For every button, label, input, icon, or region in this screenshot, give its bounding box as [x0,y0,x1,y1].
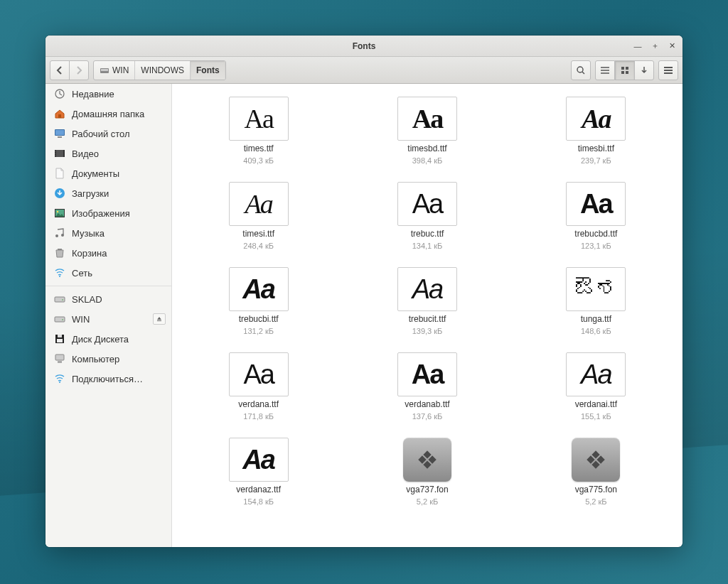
font-preview-icon: Aa [397,267,457,311]
minimize-button[interactable]: — [633,41,643,51]
file-name: verdanaz.ttf [236,485,281,494]
sidebar-item[interactable]: Сеть [46,263,171,283]
hamburger-button[interactable] [658,60,678,80]
svg-point-15 [55,151,55,152]
sidebar-item[interactable]: Диск Дискета [46,329,171,349]
file-item[interactable]: Aaverdanaz.ttf154,8 кБ [179,438,338,506]
sidebar-item[interactable]: Рабочий стол [46,124,171,144]
breadcrumb-segment[interactable]: Fonts [191,61,225,80]
sidebar-item[interactable]: Изображения [46,203,171,223]
file-size: 131,2 кБ [243,327,274,335]
document-icon [54,168,65,179]
sidebar-item[interactable]: WIN [46,309,171,329]
arrow-left-icon [55,66,64,75]
svg-rect-5 [621,71,624,74]
font-preview-icon: Aa [566,97,626,141]
floppy-icon [54,333,65,345]
file-item[interactable]: Aatimesbd.ttf398,4 кБ [348,97,506,165]
file-item[interactable]: vga737.fon5,2 кБ [348,438,506,506]
sidebar-item[interactable]: Музыка [46,223,171,243]
file-name: trebucit.ttf [409,314,446,324]
back-button[interactable] [50,60,70,80]
font-preview-icon: Aa [397,182,457,226]
file-name: timesbi.ttf [578,144,614,153]
file-name: verdana.ttf [238,399,279,409]
file-item[interactable]: Aatimesbi.ttf239,7 кБ [517,97,675,165]
file-name: timesbd.ttf [407,144,446,153]
network-icon [54,373,65,384]
file-item[interactable]: Aatrebucbi.ttf131,2 кБ [179,267,338,335]
svg-rect-42 [587,455,595,463]
file-name: trebucbi.ttf [239,314,279,324]
sidebar-item-label: Документы [72,168,119,179]
view-list-button[interactable] [595,60,615,80]
file-item[interactable]: Aatrebucit.ttf139,3 кБ [348,267,506,335]
svg-rect-26 [55,297,65,302]
search-button[interactable] [571,60,591,80]
file-item[interactable]: Aaverdanai.ttf155,1 кБ [517,352,675,421]
svg-rect-8 [58,114,61,118]
sidebar-item[interactable]: Загрузки [46,183,171,203]
sidebar-item-label: Изображения [72,208,130,219]
file-item[interactable]: Aatrebuc.ttf134,1 кБ [348,182,506,250]
svg-rect-43 [592,460,600,468]
font-preview-icon: Aa [229,182,289,226]
sidebar-item-label: WIN [72,314,90,325]
eject-icon [156,316,162,322]
computer-icon [54,353,65,364]
view-grid-button[interactable] [615,60,635,80]
maximize-button[interactable]: ＋ [650,41,660,51]
file-item[interactable]: vga775.fon5,2 кБ [517,438,675,506]
sidebar-item[interactable]: Домашняя папка [46,104,171,124]
file-item[interactable]: Aatimes.ttf409,3 кБ [179,97,338,165]
arrow-right-icon [75,66,83,75]
sidebar-item[interactable]: Документы [46,163,171,183]
file-item[interactable]: Aatrebucbd.ttf123,1 кБ [517,182,675,250]
home-icon [54,108,65,119]
file-name: trebucbd.ttf [574,229,617,239]
sidebar-item[interactable]: Подключиться… [46,369,171,389]
close-button[interactable]: ✕ [667,41,677,51]
svg-point-2 [577,67,583,72]
svg-rect-4 [626,67,628,70]
menu-icon [663,66,673,75]
window-controls: — ＋ ✕ [633,41,677,51]
file-item[interactable]: Aatimesi.ttf248,4 кБ [179,182,338,250]
file-name: times.ttf [244,144,274,153]
breadcrumb-segment[interactable]: WIN [94,61,135,80]
svg-point-29 [62,319,63,320]
titlebar[interactable]: Fonts — ＋ ✕ [46,36,682,57]
sidebar-item[interactable]: SKLAD [46,289,171,309]
file-name: verdanab.ttf [405,399,449,409]
breadcrumb-segment[interactable]: WINDOWS [135,61,191,80]
clock-icon [54,88,65,99]
svg-rect-10 [55,130,64,135]
file-size: 398,4 кБ [412,156,443,165]
sidebar-item-label: Домашняя папка [72,109,144,119]
svg-rect-37 [428,455,436,463]
eject-button[interactable] [153,313,166,325]
sidebar-item[interactable]: Корзина [46,243,171,263]
content-area[interactable]: Aatimes.ttf409,3 кБAatimesbd.ttf398,4 кБ… [172,84,682,547]
svg-rect-36 [423,450,431,458]
sidebar-item[interactable]: Недавние [46,84,171,104]
svg-point-16 [55,153,55,154]
font-preview-icon: Aa [397,352,457,396]
view-options-button[interactable] [634,60,654,80]
svg-rect-40 [592,450,600,458]
file-item[interactable]: ಔಶtunga.ttf148,6 кБ [517,267,675,335]
sidebar-item[interactable]: Компьютер [46,349,171,369]
sidebar-item[interactable]: Видео [46,144,171,163]
svg-point-27 [62,299,63,301]
svg-rect-6 [626,71,628,74]
file-size: 248,4 кБ [243,242,274,250]
file-item[interactable]: Aaverdana.ttf171,8 кБ [179,352,338,421]
svg-rect-41 [597,455,605,463]
file-size: 5,2 кБ [585,497,606,506]
file-item[interactable]: Aaverdanab.ttf137,6 кБ [348,352,506,421]
sidebar-item-label: Музыка [72,228,105,239]
sidebar-item-label: Подключиться… [72,374,143,384]
search-icon [576,65,586,75]
forward-button[interactable] [69,60,89,80]
svg-point-35 [59,382,60,383]
